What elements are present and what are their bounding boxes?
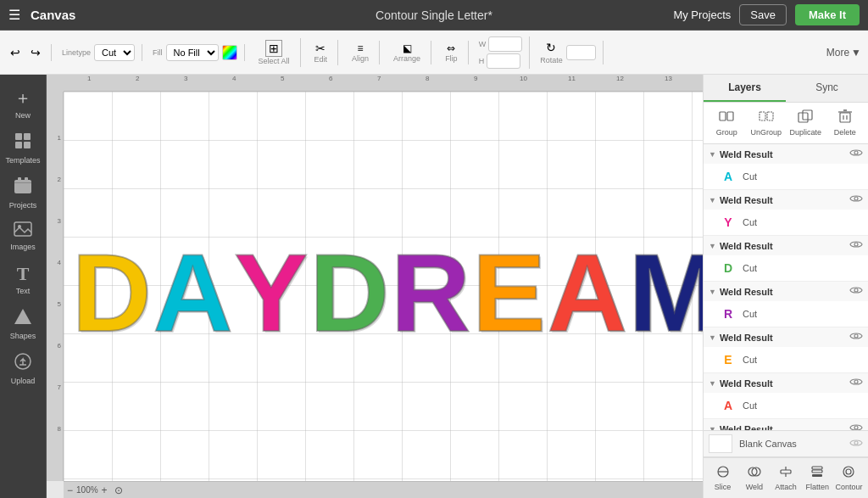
linetype-select[interactable]: Cut [94,44,135,61]
contour-icon [842,465,855,481]
text-icon: T [17,263,30,285]
select-all-button[interactable]: ⊞ Select All [255,38,293,67]
redo-button[interactable]: ↪ [27,44,44,61]
attach-label: Attach [775,483,797,491]
layer-item-1[interactable]: Y Cut [704,210,868,235]
align-button[interactable]: ≡ Align [348,41,372,64]
layer-item-label-0: Cut [743,171,863,182]
slice-button[interactable]: Slice [707,462,738,495]
svg-point-31 [854,441,858,445]
layer-item-2[interactable]: D Cut [704,255,868,281]
undo-button[interactable]: ↩ [7,44,24,61]
layer-header-5[interactable]: ▼ Weld Result [704,373,868,393]
layer-eye-icon-1[interactable] [849,193,863,206]
ungroup-icon [759,109,774,126]
zoom-fit-button[interactable]: ⊙ [114,484,123,496]
svg-point-29 [854,380,858,383]
delete-label: Delete [834,128,856,137]
ruler-tick-2: 2 [136,75,139,82]
blank-canvas-eye-icon[interactable] [849,438,863,450]
layer-item-5[interactable]: A Cut [704,393,868,418]
duplicate-button[interactable]: Duplicate [786,106,826,140]
flip-label: Flip [445,54,458,63]
undo-redo-section: ↩ ↪ [7,44,52,61]
delete-icon [837,109,853,126]
templates-icon [14,131,32,154]
tab-layers[interactable]: Layers [704,75,786,102]
layer-item-4[interactable]: E Cut [704,347,868,372]
layer-item-3[interactable]: R Cut [704,301,868,327]
left-sidebar: ＋ New Templates Projects Images T Text [0,75,47,498]
weld-icon [748,465,761,481]
rotate-input[interactable] [566,45,596,60]
arrange-button[interactable]: ⬕ Arrange [390,41,424,64]
layer-header-3[interactable]: ▼ Weld Result [704,282,868,301]
sidebar-item-templates[interactable]: Templates [2,126,44,170]
zoom-in-button[interactable]: + [102,484,108,496]
duplicate-label: Duplicate [789,128,821,137]
layer-name-5: Weld Result [720,378,846,389]
menu-icon[interactable]: ☰ [8,7,20,23]
layer-chevron-0: ▼ [709,150,716,159]
svg-point-24 [854,151,858,154]
contour-button[interactable]: Contour [833,462,865,495]
layer-eye-icon-6[interactable] [849,422,863,430]
layer-header-2[interactable]: ▼ Weld Result [704,236,868,255]
size-section: W H [479,36,531,69]
linetype-section: Linetype Cut [62,44,142,61]
sidebar-item-images[interactable]: Images [2,216,44,256]
canvas-bottom: − 100% + ⊙ [64,481,703,498]
svg-rect-41 [812,467,822,469]
edit-button[interactable]: ✂ Edit [311,40,331,65]
layer-eye-icon-0[interactable] [849,148,863,160]
header: ☰ Canvas Contour Single Letter* My Proje… [0,0,868,31]
canvas-area[interactable]: 1 2 3 4 5 6 7 8 9 10 11 12 13 1 2 3 4 5 … [47,75,703,498]
layer-group-6: ▼ Weld Result M Cut [704,419,868,430]
layer-name-2: Weld Result [720,241,846,251]
layer-eye-icon-4[interactable] [849,331,863,344]
layer-header-4[interactable]: ▼ Weld Result [704,327,868,347]
my-projects-button[interactable]: My Projects [673,8,731,21]
layer-eye-icon-3[interactable] [849,285,863,298]
duplicate-icon [798,109,813,126]
sidebar-item-projects[interactable]: Projects [2,171,44,215]
layer-item-label-5: Cut [743,400,863,411]
tab-sync[interactable]: Sync [786,75,868,102]
svg-point-30 [854,426,858,429]
fill-select[interactable]: No Fill [166,44,219,61]
flatten-button[interactable]: Flatten [802,462,833,495]
svg-rect-0 [15,133,22,140]
group-button[interactable]: Group [707,106,747,140]
canvas-grid[interactable]: DAYDREAM [64,92,703,481]
save-button[interactable]: Save [739,4,787,25]
weld-button[interactable]: Weld [738,462,770,495]
fill-color-preview[interactable] [222,45,237,60]
width-input[interactable] [488,36,522,52]
flip-button[interactable]: ⇔ Flip [442,41,461,64]
layer-header-6[interactable]: ▼ Weld Result [704,419,868,430]
ungroup-button[interactable]: UnGroup [747,106,787,140]
layer-header-0[interactable]: ▼ Weld Result [704,144,868,164]
make-it-button[interactable]: Make It [795,4,860,25]
sidebar-item-shapes[interactable]: Shapes [2,302,44,345]
layer-eye-icon-5[interactable] [849,377,863,389]
zoom-out-button[interactable]: − [67,484,73,496]
svg-point-27 [854,288,858,292]
more-button[interactable]: More ▼ [826,47,861,59]
delete-button[interactable]: Delete [826,106,865,140]
svg-rect-15 [760,112,765,120]
attach-button[interactable]: Attach [770,462,801,495]
layer-eye-icon-2[interactable] [849,239,863,252]
group-icon [719,109,734,126]
rotate-icon: ↻ [546,41,556,54]
sidebar-item-new[interactable]: ＋ New [2,81,44,125]
canvas-letter-a: A [548,237,627,347]
ruler-mark-6: 6 [58,342,61,350]
height-input[interactable] [487,53,520,69]
layer-item-0[interactable]: A Cut [704,164,868,189]
fill-section: Fill No Fill [153,44,245,61]
sidebar-item-upload[interactable]: Upload [2,347,44,390]
canvas-letter-d: D [72,237,152,347]
layer-header-1[interactable]: ▼ Weld Result [704,190,868,210]
sidebar-item-text[interactable]: T Text [2,258,44,300]
